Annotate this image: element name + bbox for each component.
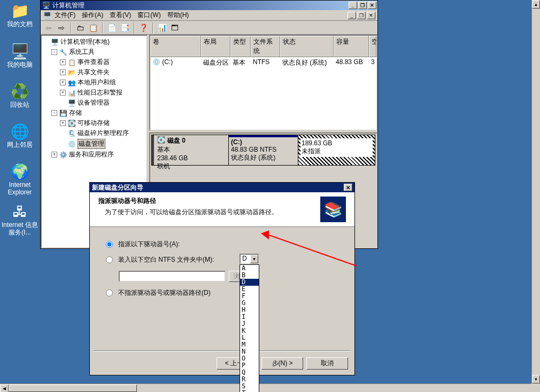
expand-icon[interactable]: + <box>51 152 57 158</box>
column-header[interactable]: 状态 <box>280 36 334 57</box>
tree-node[interactable]: +📋事件查看器 <box>43 57 145 67</box>
scroll-up-icon[interactable]: ▲ <box>532 0 540 9</box>
desktop-icon-我的电脑[interactable]: 🖥️我的电脑 <box>1 43 38 68</box>
radio-no-assign[interactable] <box>106 289 113 296</box>
export-button[interactable]: 📑 <box>119 22 130 34</box>
node-label: 性能日志和警报 <box>78 88 122 97</box>
up-button[interactable]: 🗀 <box>74 22 86 34</box>
tree-node[interactable]: 🖥️计算机管理(本地) <box>43 37 145 47</box>
refresh-button[interactable]: 📄 <box>106 22 118 34</box>
doc-icon: 🖥️ <box>43 12 51 19</box>
menu-bar: 🖥️ 文件(F)操作(A)查看(V)窗口(W)帮助(H) _ ❐ ✕ <box>41 10 377 21</box>
disk-size: 238.46 GB <box>157 154 226 162</box>
tree-node[interactable]: -💾存储 <box>43 108 145 118</box>
cancel-button[interactable]: 取消 <box>306 357 348 370</box>
drive-option[interactable]: T <box>240 390 259 392</box>
scroll-left-icon[interactable]: ◀ <box>0 385 9 393</box>
menu-item[interactable]: 文件(F) <box>51 10 79 20</box>
help-button[interactable]: ❓ <box>137 22 149 34</box>
close-icon[interactable]: ✕ <box>344 184 352 191</box>
tree-node[interactable]: +📊性能日志和警报 <box>43 88 145 98</box>
partition-wizard-dialog: 新建磁盘分区向导 ✕ 指派驱动器号和路径 为了便于访问，可以给磁盘分区指派驱动器… <box>89 182 355 375</box>
node-label: 存储 <box>69 108 82 117</box>
option-no-assign-label: 不指派驱动器号或驱动器路径(D) <box>118 288 211 297</box>
option-mount-folder[interactable]: 装入以下空白 NTFS 文件夹中(M): <box>106 255 338 264</box>
node-icon: 📊 <box>67 89 76 97</box>
minimize-button[interactable]: _ <box>349 2 357 9</box>
settings-button[interactable]: 📊 <box>156 22 168 34</box>
menu-item[interactable]: 查看(V) <box>106 10 134 20</box>
menu-item[interactable]: 帮助(H) <box>164 10 192 20</box>
forward-button[interactable]: ⇨ <box>56 22 67 34</box>
icon-glyph: 🌍 <box>11 163 28 180</box>
scroll-down-icon[interactable]: ▼ <box>532 375 540 383</box>
expand-icon[interactable]: + <box>60 120 66 126</box>
menu-item[interactable]: 窗口(W) <box>134 10 164 20</box>
node-icon: 💾 <box>59 109 67 117</box>
expand-icon[interactable]: + <box>60 80 66 85</box>
page-scrollbar-vertical[interactable]: ▲ ▼ <box>531 0 540 383</box>
expand-icon[interactable]: - <box>51 110 57 116</box>
doc-minimize-button[interactable]: _ <box>348 12 356 19</box>
desktop-icon-网上邻居[interactable]: 🌐网上邻居 <box>1 123 38 148</box>
chevron-down-icon[interactable]: ▼ <box>250 255 258 263</box>
maximize-button[interactable]: ❐ <box>358 2 367 9</box>
disk-indicator <box>152 135 154 165</box>
tree-node[interactable]: +📂共享文件夹 <box>43 67 145 77</box>
page-scrollbar-horizontal[interactable]: ◀ <box>0 383 531 392</box>
desktop-icon-Internet 信息服务(I...[interactable]: 🖧Internet 信息服务(I... <box>1 203 38 237</box>
partition-c[interactable]: (C:) 48.83 GB NTFS 状态良好 (系统) <box>229 135 298 165</box>
node-icon: 🖥️ <box>50 38 59 46</box>
desktop-icon-回收站[interactable]: ♻️回收站 <box>1 83 38 108</box>
expand-icon[interactable]: + <box>60 69 66 75</box>
icon-glyph: 🌐 <box>11 123 28 140</box>
dialog-title: 新建磁盘分区向导 <box>92 183 143 192</box>
tree-node[interactable]: +👥本地用户和组 <box>43 77 145 88</box>
column-header[interactable]: 文件系统 <box>251 36 280 57</box>
drive-letter-combo[interactable]: D ▼ <box>240 254 259 264</box>
dialog-titlebar[interactable]: 新建磁盘分区向导 ✕ <box>90 183 354 192</box>
column-header[interactable]: 布局 <box>201 36 230 57</box>
drive-letter-value: D <box>241 255 250 263</box>
column-header[interactable]: 卷 <box>150 36 201 57</box>
doc-restore-button[interactable]: ❐ <box>357 12 366 19</box>
column-header[interactable]: 类型 <box>230 36 251 57</box>
option-assign-letter[interactable]: 指派以下驱动器号(A): <box>106 240 338 249</box>
partition-unallocated[interactable]: 189.63 GB 未指派 <box>298 135 375 165</box>
cell: NTFS <box>251 58 280 68</box>
tree-node[interactable]: +⚙️服务和应用程序 <box>43 150 145 160</box>
next-button[interactable]: 步(N) > <box>261 357 303 370</box>
close-button[interactable]: ✕ <box>368 2 376 9</box>
expand-icon[interactable]: - <box>51 49 57 55</box>
folder-path-input <box>119 271 226 282</box>
expand-icon[interactable]: + <box>60 90 66 96</box>
props-button[interactable]: 📋 <box>87 22 99 34</box>
back-button[interactable]: ⇦ <box>43 22 55 34</box>
option-no-assign[interactable]: 不指派驱动器号或驱动器路径(D) <box>106 288 338 297</box>
option-assign-letter-label: 指派以下驱动器号(A): <box>118 240 180 249</box>
scroll-thumb[interactable] <box>9 385 137 392</box>
table-row[interactable]: 💿 (C:)磁盘分区基本NTFS状态良好 (系统)48.83 GB3 <box>150 57 376 68</box>
column-header[interactable]: 空 <box>369 36 376 57</box>
tree-node[interactable]: 🗜️磁盘碎片整理程序 <box>43 128 145 138</box>
menu-item[interactable]: 操作(A) <box>79 10 106 20</box>
drive-letter-dropdown[interactable]: ABDEFGHIJKLMNOPQRST <box>240 264 259 392</box>
cell: 48.83 GB <box>334 58 369 68</box>
disk-icon: 💽 <box>157 136 165 145</box>
desktop-icon-我的文档[interactable]: 📁我的文档 <box>1 2 38 28</box>
desktop-icon-Internet Explorer[interactable]: 🌍Internet Explorer <box>1 163 38 197</box>
column-header[interactable]: 容量 <box>334 36 369 57</box>
tree-node[interactable]: 🖥️设备管理器 <box>43 98 145 108</box>
tree-node[interactable]: -🔧系统工具 <box>43 47 145 57</box>
icon-label: 我的文档 <box>1 20 38 28</box>
node-label: 可移动存储 <box>78 119 110 128</box>
tree-node[interactable]: +💽可移动存储 <box>43 118 145 128</box>
volume-list[interactable]: 卷布局类型文件系统状态容量空 💿 (C:)磁盘分区基本NTFS状态良好 (系统)… <box>149 35 377 131</box>
window-titlebar[interactable]: 🖥️ 计算机管理 _ ❐ ✕ <box>41 1 377 10</box>
radio-mount-folder[interactable] <box>106 256 113 263</box>
doc-close-button[interactable]: ✕ <box>367 12 375 19</box>
tree-node[interactable]: 💿磁盘管理 <box>43 138 145 150</box>
radio-assign-letter[interactable] <box>106 241 113 248</box>
view-button[interactable]: 🗔 <box>169 22 181 34</box>
expand-icon[interactable]: + <box>60 59 66 65</box>
